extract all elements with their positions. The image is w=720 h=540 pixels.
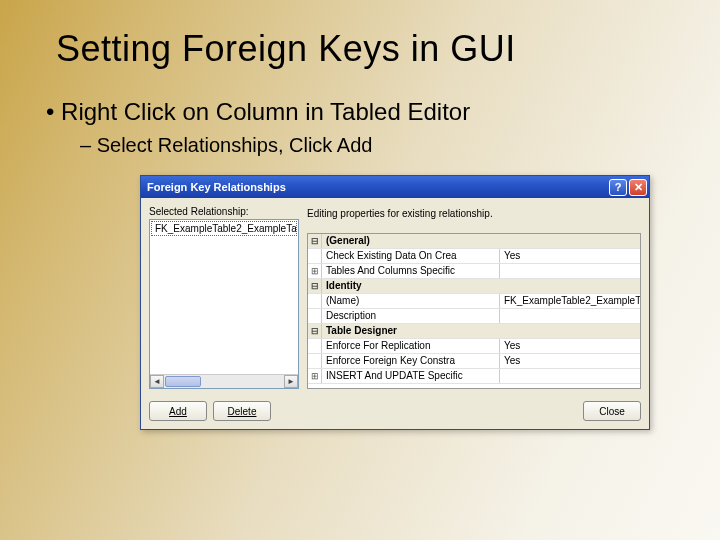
close-icon[interactable]: ✕ (629, 179, 647, 196)
prop-name[interactable]: (Name) FK_ExampleTable2_ExampleTable2 (308, 294, 640, 309)
slide-title: Setting Foreign Keys in GUI (56, 28, 680, 70)
prop-enforce-replication[interactable]: Enforce For Replication Yes (308, 339, 640, 354)
bullet-level-1: Right Click on Column in Tabled Editor (46, 98, 680, 126)
collapse-icon[interactable]: ⊟ (308, 279, 322, 293)
selected-relationship-label: Selected Relationship: (149, 206, 299, 217)
help-button[interactable]: ? (609, 179, 627, 196)
dialog-titlebar[interactable]: Foreign Key Relationships ? ✕ (141, 176, 649, 198)
foreign-key-relationships-dialog: Foreign Key Relationships ? ✕ Selected R… (140, 175, 650, 430)
category-table-designer[interactable]: ⊟ Table Designer (308, 324, 640, 339)
relationship-description: Editing properties for existing relation… (307, 208, 641, 219)
close-button[interactable]: Close (583, 401, 641, 421)
prop-tables-columns[interactable]: ⊞ Tables And Columns Specific (308, 264, 640, 279)
bullet-level-2: Select Relationships, Click Add (80, 134, 680, 157)
relationship-listbox[interactable]: FK_ExampleTable2_ExampleTa ◄ ► (149, 219, 299, 389)
property-grid[interactable]: ⊟ (General) Check Existing Data On Crea … (307, 233, 641, 389)
category-identity[interactable]: ⊟ Identity (308, 279, 640, 294)
category-general[interactable]: ⊟ (General) (308, 234, 640, 249)
delete-button[interactable]: Delete (213, 401, 271, 421)
prop-insert-update[interactable]: ⊞ INSERT And UPDATE Specific (308, 369, 640, 384)
dialog-title: Foreign Key Relationships (147, 181, 607, 193)
scroll-left-icon[interactable]: ◄ (150, 375, 164, 388)
collapse-icon[interactable]: ⊟ (308, 324, 322, 338)
prop-description[interactable]: Description (308, 309, 640, 324)
scroll-right-icon[interactable]: ► (284, 375, 298, 388)
prop-enforce-fk[interactable]: Enforce Foreign Key Constra Yes (308, 354, 640, 369)
collapse-icon[interactable]: ⊟ (308, 234, 322, 248)
expand-icon[interactable]: ⊞ (308, 264, 322, 278)
add-button[interactable]: Add (149, 401, 207, 421)
list-item[interactable]: FK_ExampleTable2_ExampleTa (151, 221, 297, 236)
scroll-thumb[interactable] (165, 376, 201, 387)
prop-check-existing[interactable]: Check Existing Data On Crea Yes (308, 249, 640, 264)
horizontal-scrollbar[interactable]: ◄ ► (150, 374, 298, 388)
expand-icon[interactable]: ⊞ (308, 369, 322, 383)
scroll-track[interactable] (202, 375, 284, 388)
